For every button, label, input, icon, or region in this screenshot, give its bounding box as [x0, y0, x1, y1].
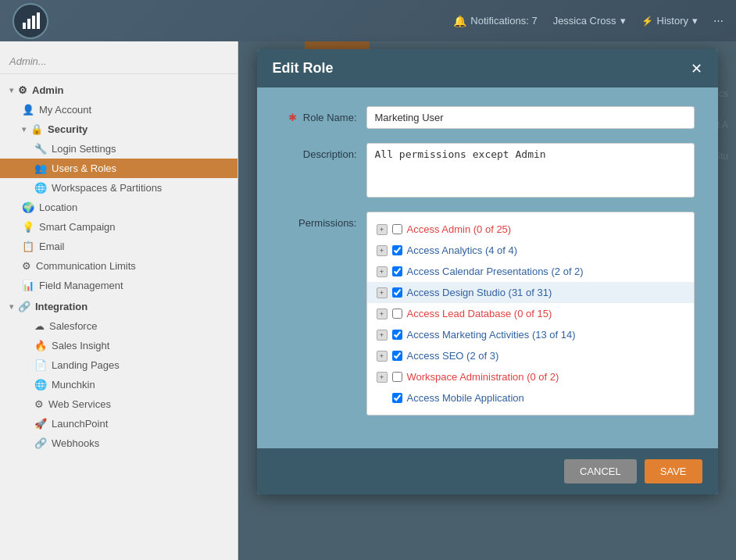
perm-name: Access Analytics (4 of 4) [407, 244, 518, 256]
cancel-button[interactable]: CANCEL [564, 459, 637, 483]
expand-perm-icon[interactable]: + [377, 330, 388, 341]
perm-checkbox[interactable] [392, 266, 402, 276]
role-name-row: ✱ Role Name: [280, 106, 695, 129]
more-icon[interactable]: ⋯ [713, 15, 723, 27]
expand-perm-icon[interactable]: + [377, 309, 388, 319]
expand-perm-icon[interactable]: + [377, 266, 388, 277]
permission-item[interactable]: + Access Analytics (4 of 4) [367, 240, 694, 261]
sidebar-item-field-management[interactable]: 📊 Field Management [0, 276, 238, 295]
sidebar-group-admin[interactable]: ▾ ⚙ Admin [0, 80, 238, 100]
sidebar-item-web-services[interactable]: ⚙ Web Services [0, 394, 238, 414]
logo-icon [21, 12, 40, 30]
expand-integration-icon: ▾ [9, 302, 13, 311]
expand-perm-icon[interactable]: + [377, 224, 388, 235]
expand-security-icon: ▾ [22, 125, 26, 134]
permission-mobile-item[interactable]: Access Mobile Application [367, 387, 694, 408]
integration-icon: 🔗 [18, 301, 30, 312]
modal-overlay: Edit Role ✕ ✱ Role Name: D [238, 41, 736, 560]
field-management-label: Field Management [39, 280, 123, 291]
permission-item[interactable]: + Access Calendar Presentations (2 of 2) [367, 261, 694, 282]
wrench-icon: 🔧 [34, 143, 47, 155]
content-area: Admin... ▾ ⚙ Admin 👤 My Account ▾ 🔒 Secu… [0, 41, 736, 560]
users-roles-label: Users & Roles [52, 162, 116, 174]
sidebar-search: Admin... [0, 49, 238, 74]
modal-close-button[interactable]: ✕ [691, 62, 702, 76]
sidebar-item-communication[interactable]: ⚙ Communication Limits [0, 256, 238, 276]
perm-checkbox[interactable] [392, 330, 402, 340]
permission-item[interactable]: + Workspace Administration (0 of 2) [367, 366, 694, 387]
perm-checkbox[interactable] [392, 372, 402, 382]
sidebar-group-integration[interactable]: ▾ 🔗 Integration [0, 297, 238, 316]
sidebar-item-munchkin[interactable]: 🌐 Munchkin [0, 375, 238, 394]
comm-icon: ⚙ [22, 260, 31, 272]
perm-checkbox[interactable] [392, 245, 402, 255]
sidebar-item-smart-campaign[interactable]: 💡 Smart Campaign [0, 217, 238, 237]
perm-checkbox[interactable] [392, 351, 402, 361]
topbar-right: 🔔 Notifications: 7 Jessica Cross ▾ ⚡ His… [453, 15, 723, 27]
sidebar-security-label: Security [48, 123, 88, 135]
sidebar-item-launchpoint[interactable]: 🚀 LaunchPoint [0, 414, 238, 433]
permission-item[interactable]: + Access SEO (2 of 3) [367, 345, 694, 366]
modal-footer: CANCEL SAVE [257, 448, 718, 494]
sales-insight-label: Sales Insight [52, 340, 109, 351]
user-icon: 👤 [22, 104, 34, 116]
user-label: Jessica Cross [553, 15, 616, 27]
expand-perm-icon[interactable]: + [377, 245, 388, 256]
topbar: 🔔 Notifications: 7 Jessica Cross ▾ ⚡ His… [0, 0, 736, 41]
sidebar-item-my-account[interactable]: 👤 My Account [0, 100, 238, 119]
sidebar-item-location[interactable]: 🌍 Location [0, 198, 238, 217]
sales-insight-icon: 🔥 [34, 340, 47, 351]
permission-item[interactable]: + Access Marketing Activities (13 of 14) [367, 324, 694, 345]
save-button[interactable]: SAVE [645, 459, 702, 483]
expand-perm-icon[interactable]: + [377, 287, 388, 298]
modal-title: Edit Role [273, 60, 334, 77]
globe-icon: 🌐 [34, 182, 47, 194]
user-chevron-icon: ▾ [620, 15, 626, 27]
sidebar-item-salesforce[interactable]: ☁ Salesforce [0, 316, 238, 336]
perm-name: Access Admin (0 of 25) [407, 223, 512, 235]
notifications[interactable]: 🔔 Notifications: 7 [453, 15, 537, 27]
webhooks-icon: 🔗 [34, 437, 47, 449]
sidebar-integration-label: Integration [35, 301, 88, 312]
sidebar-group-security[interactable]: ▾ 🔒 Security [0, 119, 238, 139]
web-icon: ⚙ [34, 398, 44, 410]
perm-checkbox[interactable] [392, 287, 402, 298]
perm-name: Access Marketing Activities (13 of 14) [407, 329, 576, 341]
sidebar-item-sales-insight[interactable]: 🔥 Sales Insight [0, 336, 238, 355]
history-menu[interactable]: ⚡ History ▾ [641, 15, 698, 27]
munchkin-label: Munchkin [52, 379, 95, 391]
app-logo[interactable] [13, 3, 48, 39]
required-star: ✱ [288, 112, 297, 123]
web-services-label: Web Services [48, 398, 111, 410]
sidebar-item-workspaces[interactable]: 🌐 Workspaces & Partitions [0, 178, 238, 198]
sidebar-item-email[interactable]: 📋 Email [0, 237, 238, 256]
edit-role-modal: Edit Role ✕ ✱ Role Name: D [257, 49, 718, 494]
description-textarea[interactable]: All permissions except Admin [366, 143, 695, 198]
history-chevron-icon: ▾ [692, 15, 698, 27]
user-menu[interactable]: Jessica Cross ▾ [553, 15, 626, 27]
perm-name: Access Design Studio (31 of 31) [407, 287, 552, 298]
perm-checkbox[interactable] [392, 224, 402, 234]
landing-pages-label: Landing Pages [52, 359, 120, 371]
sidebar-item-users-roles[interactable]: 👥 Users & Roles [0, 159, 238, 178]
perm-name: Access Lead Database (0 of 15) [407, 308, 552, 319]
permission-item[interactable]: + Access Design Studio (31 of 31) [367, 282, 694, 303]
perm-checkbox[interactable] [392, 309, 402, 319]
expand-perm-icon[interactable]: + [377, 351, 388, 362]
sidebar-item-landing-pages[interactable]: 📄 Landing Pages [0, 355, 238, 375]
permission-item[interactable]: + Access Lead Database (0 of 15) [367, 303, 694, 324]
role-name-input[interactable] [366, 106, 695, 129]
permission-item[interactable]: + Access Admin (0 of 25) [367, 219, 694, 240]
salesforce-label: Salesforce [49, 320, 97, 332]
my-account-label: My Account [39, 104, 91, 116]
munchkin-icon: 🌐 [34, 379, 47, 391]
smart-campaign-label: Smart Campaign [39, 221, 116, 233]
launchpoint-label: LaunchPoint [52, 418, 108, 430]
perm-name: Workspace Administration (0 of 2) [407, 371, 559, 383]
location-icon: 🌍 [22, 202, 34, 213]
expand-perm-icon[interactable]: + [377, 372, 388, 383]
perm-name: Access SEO (2 of 3) [407, 350, 499, 362]
sidebar-item-login-settings[interactable]: 🔧 Login Settings [0, 139, 238, 159]
sidebar-item-webhooks[interactable]: 🔗 Webhooks [0, 433, 238, 453]
mobile-perm-checkbox[interactable] [392, 393, 402, 403]
